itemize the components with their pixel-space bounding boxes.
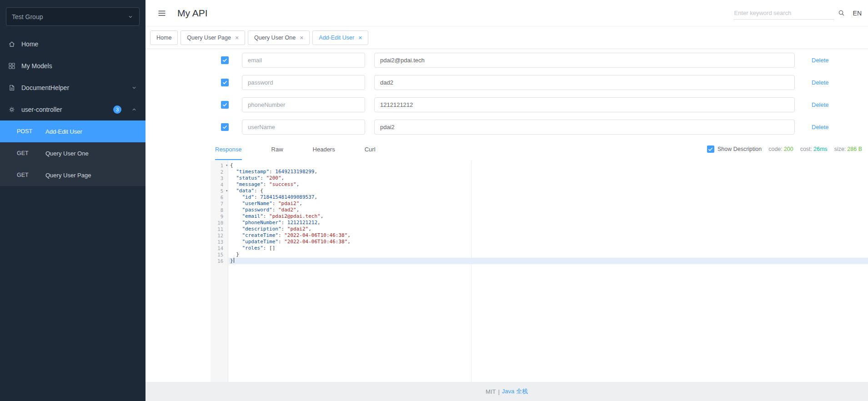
stat-value: 200 [784,146,793,152]
response-tabs: ResponseRawHeadersCurl [215,138,376,160]
line-number: 13 [211,239,228,245]
submenu-item-query-user-one[interactable]: GETQuery User One [0,142,146,164]
chevron-down-icon [131,85,137,91]
code-line: "phoneNumber": 1212121212, [229,220,868,226]
tab-bar: HomeQuery User Page×Query User One×Add-E… [146,26,868,49]
line-number: 15 [211,251,228,258]
chevron-up-icon [131,106,137,113]
response-tab-response[interactable]: Response [215,138,242,160]
stat-value: 286 B [847,146,862,152]
content: DeleteDeleteDeleteDelete ResponseRawHead… [146,49,868,382]
param-checkbox[interactable] [221,56,229,64]
sidebar-item-home[interactable]: Home [0,33,146,55]
sidebar-item-label: My Models [21,62,52,70]
search-input[interactable] [733,7,834,20]
count-badge: 3 [113,105,121,114]
submenu-item-label: Query User One [45,150,89,157]
tab-query-user-page[interactable]: Query User Page× [181,30,245,45]
param-name-input[interactable] [242,97,365,112]
editor-code[interactable]: { "timestamp": 1649213198299, "status": … [229,160,868,264]
close-icon[interactable]: × [300,35,303,41]
param-row: Delete [221,94,868,116]
param-name-input[interactable] [242,120,365,135]
code-line: "userName": "pdai2", [229,200,868,207]
close-icon[interactable]: × [358,35,362,41]
editor-gutter: 1▾2345▾678910111213141516 [211,160,228,382]
tab-label: Query User Page [187,35,231,41]
show-description-checkbox[interactable] [707,145,714,153]
group-select[interactable]: Test Group [6,7,140,26]
sidebar-item-label: Home [21,40,38,48]
code-line: "updateTime": "2022-04-06T10:46:38", [229,239,868,245]
stat-label: cost: [800,146,812,152]
footer-link[interactable]: Java 全栈 [502,387,528,396]
tab-add-edit-user[interactable]: Add-Edit User× [312,30,368,45]
tab-query-user-one[interactable]: Query User One× [248,30,310,45]
sidebar: Test Group HomeMy ModelsDocumentHelperus… [0,0,146,401]
delete-link[interactable]: Delete [812,101,829,108]
code-line: } [229,258,868,264]
code-line: "password": "dad2", [229,207,868,213]
param-name-input[interactable] [242,75,365,90]
line-number: 9 [211,213,228,220]
param-row: Delete [221,49,868,71]
menu-fold-icon[interactable] [157,9,166,18]
main-area: My API EN HomeQuery User Page×Query User… [146,0,868,401]
sidebar-item-my-models[interactable]: My Models [0,55,146,77]
footer-separator: | [498,388,499,395]
stat-cost: cost:26ms [800,146,828,152]
response-tab-raw[interactable]: Raw [271,138,283,160]
search-icon[interactable] [838,10,845,16]
response-tab-curl[interactable]: Curl [365,138,376,160]
code-line: "message": "success", [229,181,868,188]
sidebar-menu: HomeMy ModelsDocumentHelperuser-controll… [0,33,146,186]
submenu-item-query-user-page[interactable]: GETQuery User Page [0,164,146,186]
show-description-label: Show Description [717,146,762,152]
tab-label: Add-Edit User [319,35,354,41]
code-line: "data": { [229,188,868,194]
param-value-input[interactable] [374,53,795,68]
delete-link[interactable]: Delete [812,79,829,86]
param-row: Delete [221,116,868,138]
response-toolbar: ResponseRawHeadersCurl Show Description … [146,138,868,160]
sidebar-item-user-controller[interactable]: user-controller3 [0,99,146,120]
fold-icon[interactable]: ▾ [226,162,228,169]
delete-link[interactable]: Delete [812,124,829,130]
language-toggle[interactable]: EN [852,8,863,19]
code-line: "description": "pdai2", [229,226,868,232]
stat-label: code: [768,146,783,152]
submenu-item-add-edit-user[interactable]: POSTAdd-Edit User [0,120,146,142]
param-value-input[interactable] [374,120,795,135]
line-number: 10 [211,220,228,226]
param-value-input[interactable] [374,75,795,90]
param-checkbox[interactable] [221,101,229,109]
response-tab-headers[interactable]: Headers [313,138,335,160]
stat-size: size:286 B [834,146,862,152]
code-line: "roles": [] [229,245,868,251]
tab-home[interactable]: Home [150,30,178,45]
line-number: 14 [211,245,228,251]
line-number: 7 [211,200,228,207]
header-right: EN [733,7,863,20]
footer: MIT | Java 全栈 [146,382,868,401]
code-line: "timestamp": 1649213198299, [229,169,868,175]
close-icon[interactable]: × [235,35,239,41]
code-line: { [229,162,868,169]
param-name-input[interactable] [242,53,365,68]
line-number: 4 [211,181,228,188]
delete-link[interactable]: Delete [812,57,829,64]
param-checkbox[interactable] [221,123,229,131]
controller-icon [8,106,15,113]
param-value-input[interactable] [374,97,795,112]
stat-label: size: [834,146,846,152]
http-method-label: GET [17,172,45,178]
models-icon [8,62,15,70]
code-line: "id": 718415481409089537, [229,194,868,200]
sidebar-item-label: DocumentHelper [21,84,69,91]
fold-icon[interactable]: ▾ [226,188,228,194]
sidebar-item-label: user-controller [21,106,62,113]
param-row: Delete [221,71,868,94]
response-editor[interactable]: 1▾2345▾678910111213141516 { "timestamp":… [211,160,868,382]
param-checkbox[interactable] [221,79,229,86]
sidebar-item-documenthelper[interactable]: DocumentHelper [0,77,146,99]
